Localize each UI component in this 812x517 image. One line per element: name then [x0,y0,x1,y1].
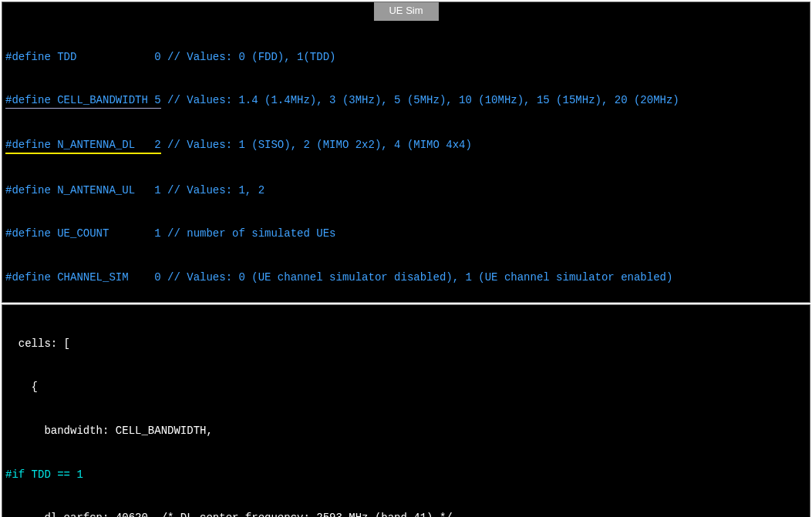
earfcn-tdd: dl_earfcn: 40620, [5,512,154,517]
tab-ue-sim: UE Sim [373,2,438,21]
cells-panel: cells: [ { bandwidth: CELL_BANDWIDTH, #i… [2,304,810,517]
define-n-antenna-dl: #define N_ANTENNA_DL 2 [5,138,161,154]
define-n-antenna-ul-comment: // Values: 1, 2 [161,184,264,196]
define-ue-count-comment: // number of simulated UEs [161,227,336,240]
cells-open: cells: [ [5,337,807,351]
preproc-if: #if TDD == 1 [5,468,807,482]
define-n-antenna-dl-comment: // Values: 1 (SISO), 2 (MIMO 2x2), 4 (MI… [161,139,472,151]
cells-bandwidth: bandwidth: CELL_BANDWIDTH, [5,424,807,438]
cells-brace: { [5,380,807,394]
define-ue-count: #define UE_COUNT 1 [5,227,161,240]
defines-panel: UE Sim #define TDD 0 // Values: 0 (FDD),… [2,2,810,303]
define-cell-bandwidth: #define CELL_BANDWIDTH 5 [5,93,161,109]
earfcn-tdd-comment: /* DL center frequency: 2593 MHz (band 4… [154,512,452,517]
define-channel-sim-comment: // Values: 0 (UE channel simulator disab… [161,271,673,284]
define-cell-bandwidth-comment: // Values: 1.4 (1.4MHz), 3 (3MHz), 5 (5M… [161,94,679,106]
define-tdd: #define TDD 0 [5,51,161,63]
define-tdd-comment: // Values: 0 (FDD), 1(TDD) [161,51,336,63]
define-n-antenna-ul: #define N_ANTENNA_UL 1 [5,184,161,196]
define-channel-sim: #define CHANNEL_SIM 0 [5,271,161,284]
